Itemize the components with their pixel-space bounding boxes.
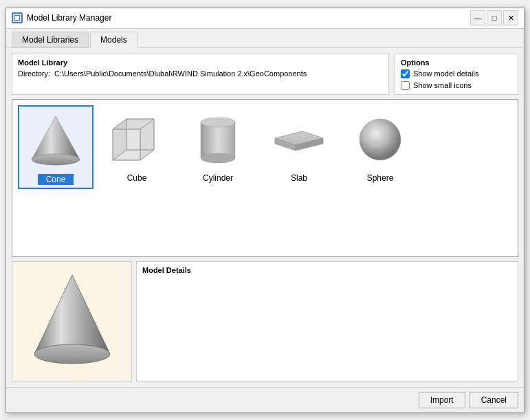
svg-marker-17 — [34, 275, 110, 354]
main-window: Model Library Manager — □ ✕ Model Librar… — [5, 8, 525, 413]
svg-point-18 — [34, 344, 110, 364]
tab-bar: Model Libraries Models — [6, 29, 524, 48]
cylinder-thumbnail — [184, 109, 252, 170]
directory-path: C:\Users\Public\Documents\Dlubal\RWIND S… — [54, 69, 307, 78]
show-small-icons-label[interactable]: Show small icons — [413, 81, 472, 89]
slab-label: Slab — [291, 173, 307, 183]
close-button[interactable]: ✕ — [503, 10, 518, 25]
model-library-title: Model Library — [18, 58, 383, 67]
show-model-details-checkbox[interactable] — [401, 69, 410, 78]
app-icon — [12, 12, 23, 23]
tab-models[interactable]: Models — [90, 32, 137, 48]
model-item-cylinder[interactable]: Cylinder — [180, 105, 256, 189]
slab-thumbnail — [265, 109, 333, 170]
import-button[interactable]: Import — [419, 392, 465, 408]
show-model-details-row: Show model details — [401, 69, 512, 78]
model-preview-section — [12, 261, 132, 382]
cancel-button[interactable]: Cancel — [470, 392, 518, 408]
model-library-section: Model Library Directory: C:\Users\Public… — [12, 54, 389, 95]
cube-label: Cube — [127, 173, 147, 183]
svg-point-11 — [201, 118, 235, 127]
show-small-icons-checkbox[interactable] — [401, 81, 410, 90]
cone-preview-svg — [24, 268, 120, 375]
top-row: Model Library Directory: C:\Users\Public… — [12, 54, 518, 95]
model-item-cube[interactable]: Cube — [99, 105, 175, 189]
window-controls: — □ ✕ — [470, 10, 518, 25]
main-content: Model Library Directory: C:\Users\Public… — [6, 48, 524, 387]
options-title: Options — [401, 58, 512, 67]
model-item-slab[interactable]: Slab — [261, 105, 337, 189]
svg-point-16 — [360, 119, 401, 160]
title-bar: Model Library Manager — □ ✕ — [6, 8, 524, 29]
footer: Import Cancel — [6, 387, 524, 412]
model-item-sphere[interactable]: Sphere — [342, 105, 418, 189]
svg-point-12 — [201, 153, 235, 163]
directory-label: Directory: — [18, 69, 50, 78]
show-model-details-label[interactable]: Show model details — [413, 69, 478, 78]
svg-marker-2 — [32, 116, 80, 159]
svg-rect-10 — [201, 122, 235, 158]
directory-row: Directory: C:\Users\Public\Documents\Dlu… — [18, 69, 383, 78]
sphere-thumbnail — [346, 109, 415, 170]
cone-label: Cone — [38, 174, 74, 185]
maximize-button[interactable]: □ — [487, 10, 502, 25]
cube-thumbnail — [102, 109, 171, 170]
options-section: Options Show model details Show small ic… — [395, 54, 518, 95]
svg-rect-1 — [15, 16, 19, 20]
window-title: Model Library Manager — [27, 13, 470, 23]
svg-point-3 — [32, 154, 80, 165]
model-details-section: Model Details — [136, 261, 518, 382]
cylinder-label: Cylinder — [203, 173, 233, 183]
bottom-row: Model Details — [12, 261, 518, 382]
sphere-label: Sphere — [367, 173, 394, 183]
models-grid: Cone — [18, 105, 512, 189]
model-details-title: Model Details — [142, 266, 512, 274]
model-item-cone[interactable]: Cone — [18, 105, 93, 189]
show-small-icons-row: Show small icons — [401, 81, 512, 90]
tab-model-libraries[interactable]: Model Libraries — [12, 32, 89, 47]
cone-thumbnail — [21, 109, 90, 171]
minimize-button[interactable]: — — [470, 10, 485, 25]
models-grid-section: Cone — [12, 99, 518, 257]
